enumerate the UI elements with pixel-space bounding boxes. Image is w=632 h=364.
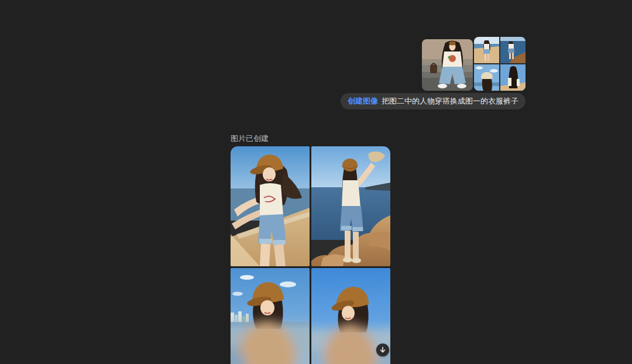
generated-image-grid[interactable]: [231, 146, 390, 364]
down-arrow-icon: [379, 346, 386, 353]
attachment-image-2[interactable]: [474, 37, 525, 91]
user-message-bubble: 创建图像 把图二中的人物穿搭换成图一的衣服裤子: [341, 93, 525, 109]
attachment-image-1[interactable]: [422, 39, 473, 91]
status-text: 图片已创建: [231, 133, 269, 144]
user-message-text: 把图二中的人物穿搭换成图一的衣服裤子: [382, 93, 518, 109]
scroll-to-bottom-button[interactable]: [376, 344, 389, 356]
generated-image-cell-3[interactable]: [231, 268, 310, 364]
attachment-image-2-art: [474, 37, 525, 91]
attachment-image-1-art: [422, 39, 473, 91]
generated-image-cell-1[interactable]: [231, 146, 310, 266]
user-attachments: [422, 37, 525, 91]
tool-label: 创建图像: [348, 93, 378, 109]
chat-canvas: 创建图像 把图二中的人物穿搭换成图一的衣服裤子 图片已创建: [0, 0, 632, 364]
generated-image-cell-2[interactable]: [311, 146, 390, 266]
